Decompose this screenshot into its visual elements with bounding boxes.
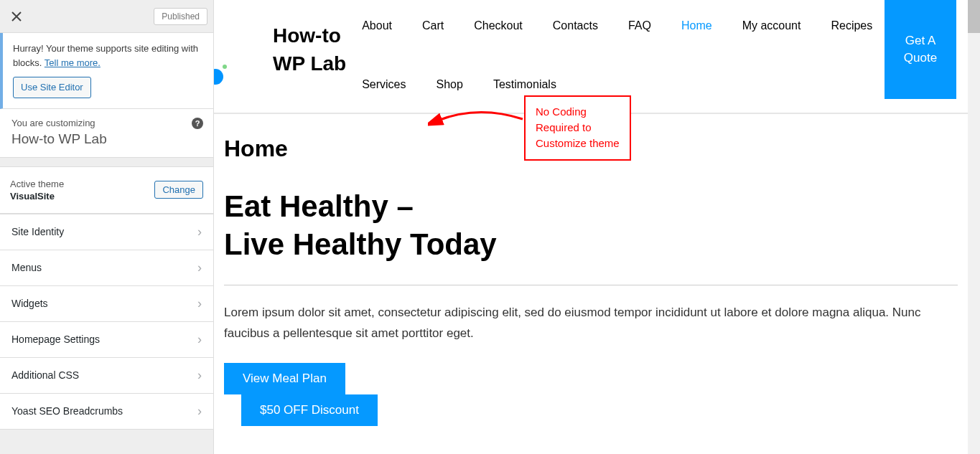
active-theme-name: VisualSite	[10, 191, 64, 202]
active-theme-row: Active theme VisualSite Change	[0, 166, 213, 214]
site-title-line2: WP Lab	[273, 52, 346, 75]
annotation-line: No Coding	[536, 104, 620, 120]
close-customizer-button[interactable]	[0, 0, 33, 33]
annotation-arrow-icon	[428, 99, 528, 135]
section-label: Widgets	[11, 298, 48, 309]
annotation-box: No Coding Required to Customize theme	[524, 95, 631, 161]
annotation-line: Customize theme	[536, 136, 620, 151]
chevron-right-icon: ›	[197, 368, 202, 383]
nav-link[interactable]: Recipes	[831, 11, 872, 40]
help-icon[interactable]: ?	[192, 118, 203, 129]
site-logo-icon	[214, 37, 238, 62]
get-quote-button[interactable]: Get A Quote	[885, 0, 956, 99]
discount-button[interactable]: $50 OFF Discount	[241, 394, 378, 426]
customizer-context: ? You are customizing How-to WP Lab	[0, 109, 213, 158]
nav-link[interactable]: Cart	[422, 11, 444, 40]
active-theme-label: Active theme	[10, 179, 64, 189]
lead-paragraph: Lorem ipsum dolor sit amet, consectetur …	[224, 303, 958, 344]
site-header: How-to WP Lab AboutCartCheckoutContactsF…	[214, 0, 968, 100]
section-label: Menus	[11, 262, 42, 273]
customizer-section-item[interactable]: Site Identity›	[0, 214, 213, 250]
nav-link[interactable]: Checkout	[474, 11, 523, 40]
section-label: Yoast SEO Breadcrumbs	[11, 405, 123, 417]
chevron-right-icon: ›	[197, 404, 202, 419]
nav-link[interactable]: Shop	[437, 70, 463, 99]
nav-link[interactable]: Services	[362, 70, 406, 99]
notice-text: Hurray! Your theme supports site editing…	[13, 43, 198, 68]
scrollbar-track[interactable]	[968, 0, 980, 454]
annotation-line: Required to	[536, 120, 620, 136]
context-label: You are customizing	[11, 118, 202, 128]
customizer-sections: Site Identity›Menus›Widgets›Homepage Set…	[0, 214, 213, 430]
nav-link[interactable]: Contacts	[553, 11, 598, 40]
customizer-section-item[interactable]: Widgets›	[0, 285, 213, 321]
customizer-sidebar: Published Hurray! Your theme supports si…	[0, 0, 214, 454]
customizer-section-item[interactable]: Additional CSS›	[0, 357, 213, 393]
site-editor-notice: Hurray! Your theme supports site editing…	[0, 33, 213, 109]
section-label: Site Identity	[11, 226, 64, 237]
publish-status-badge[interactable]: Published	[154, 8, 207, 25]
site-title-line1: How-to	[273, 24, 341, 47]
customizer-topbar: Published	[0, 0, 213, 33]
chevron-right-icon: ›	[197, 224, 202, 240]
nav-link[interactable]: About	[362, 11, 392, 40]
hero-title: Eat Healthy – Live Healthy Today	[224, 188, 958, 263]
site-brand: How-to WP Lab	[221, 0, 350, 99]
tell-me-more-link[interactable]: Tell me more.	[45, 57, 101, 68]
section-label: Additional CSS	[11, 369, 79, 381]
hero-line1: Eat Healthy –	[224, 189, 414, 223]
customizer-section-item[interactable]: Yoast SEO Breadcrumbs›	[0, 393, 213, 430]
nav-link[interactable]: My account	[742, 11, 801, 40]
scrollbar-thumb[interactable]	[968, 0, 980, 33]
customizer-section-item[interactable]: Menus›	[0, 250, 213, 285]
customizer-preview: How-to WP Lab AboutCartCheckoutContactsF…	[214, 0, 980, 454]
primary-nav: AboutCartCheckoutContactsFAQHomeMy accou…	[350, 4, 885, 99]
nav-link[interactable]: FAQ	[628, 11, 651, 40]
chevron-right-icon: ›	[197, 296, 202, 311]
chevron-right-icon: ›	[197, 260, 202, 275]
hero-line2: Live Healthy Today	[224, 227, 497, 261]
content-divider	[224, 285, 958, 285]
chevron-right-icon: ›	[197, 332, 202, 347]
view-meal-plan-button[interactable]: View Meal Plan	[224, 363, 345, 394]
close-icon	[11, 11, 22, 22]
nav-link[interactable]: Home	[681, 11, 712, 40]
nav-link[interactable]: Testimonials	[493, 70, 556, 99]
context-title: How-to WP Lab	[11, 131, 202, 147]
section-label: Homepage Settings	[11, 334, 100, 345]
use-site-editor-button[interactable]: Use Site Editor	[13, 77, 91, 98]
change-theme-button[interactable]: Change	[154, 181, 203, 199]
customizer-section-item[interactable]: Homepage Settings›	[0, 321, 213, 357]
site-title: How-to WP Lab	[246, 22, 346, 77]
